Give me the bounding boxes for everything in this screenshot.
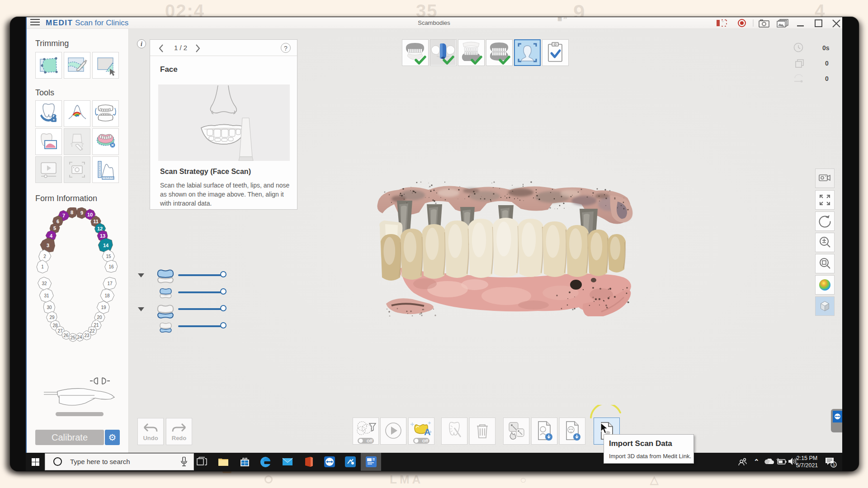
svg-text:Off: Off	[422, 439, 429, 443]
svg-text:14: 14	[103, 243, 109, 248]
svg-text:22: 22	[90, 328, 95, 333]
svg-text:6: 6	[57, 219, 59, 224]
svg-text:9: 9	[80, 210, 83, 216]
svg-text:26: 26	[63, 333, 69, 338]
svg-text:25: 25	[70, 335, 75, 340]
svg-text:18: 18	[104, 293, 110, 298]
svg-text:24: 24	[77, 335, 82, 340]
svg-text:3: 3	[832, 463, 835, 467]
svg-text:21: 21	[94, 323, 99, 328]
svg-text:30: 30	[47, 305, 52, 310]
svg-text:7: 7	[62, 213, 65, 218]
svg-text:5: 5	[53, 225, 56, 231]
svg-text:1: 1	[41, 264, 44, 269]
svg-text:Redo: Redo	[172, 435, 187, 441]
svg-text:19: 19	[101, 305, 106, 310]
svg-text:2: 2	[43, 254, 46, 259]
svg-text:15: 15	[106, 254, 111, 259]
svg-text:12: 12	[97, 226, 103, 231]
svg-text:10: 10	[87, 212, 93, 217]
svg-text:17: 17	[107, 281, 113, 286]
svg-text:Off: Off	[367, 439, 373, 443]
svg-text:11: 11	[93, 219, 99, 224]
svg-text:32: 32	[42, 281, 47, 286]
svg-text:13: 13	[100, 233, 105, 239]
svg-text:29: 29	[49, 315, 55, 320]
svg-text:16: 16	[108, 264, 114, 269]
svg-text:23: 23	[84, 333, 90, 338]
svg-text:3: 3	[47, 243, 49, 248]
svg-text:27: 27	[57, 328, 63, 333]
svg-text:4: 4	[50, 233, 53, 239]
svg-text:20: 20	[97, 315, 102, 320]
svg-text:31: 31	[44, 293, 49, 298]
svg-text:Undo: Undo	[143, 435, 158, 441]
svg-text:8: 8	[71, 210, 73, 215]
